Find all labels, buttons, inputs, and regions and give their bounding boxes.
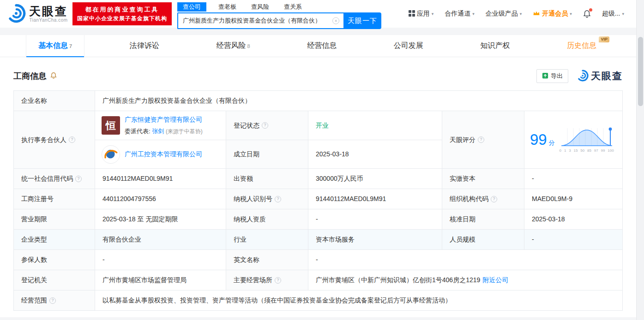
- score-distribution-chart: 0131550859799100: [560, 126, 614, 154]
- export-label: 导出: [551, 72, 563, 80]
- search-tab-relation[interactable]: 查关系: [281, 2, 305, 12]
- tab-business-info[interactable]: 经营信息: [295, 35, 349, 57]
- promo-line2: 国家中小企业发展子基金旗下机构: [77, 14, 167, 23]
- registry-label: 登记机关: [14, 270, 95, 290]
- business-scope-label: 经营范围 ?: [14, 290, 95, 311]
- credit-code-label: 统一社会信用代码 ?: [14, 169, 95, 189]
- english-name-value: -: [308, 250, 623, 270]
- tab-history-info[interactable]: 历史信息 VIP: [555, 35, 608, 57]
- label-text: 纳税人识别号: [234, 194, 272, 204]
- registry-value: 广州市黄埔区市场监督管理局: [95, 270, 226, 290]
- export-button[interactable]: 导出: [536, 69, 568, 83]
- english-name-label: 英文名称: [226, 250, 308, 270]
- tab-intellectual-property-label: 知识产权: [480, 41, 510, 51]
- insured-count-label: 参保人数: [14, 250, 95, 270]
- nav-apps[interactable]: 应用 ▾: [409, 10, 434, 18]
- paid-capital-value: -: [524, 169, 623, 189]
- watermark-logo: 天眼查: [577, 70, 623, 83]
- contribution-value: 300000万人民币: [308, 169, 442, 189]
- score-value: 99: [530, 131, 547, 148]
- help-icon[interactable]: ?: [262, 122, 268, 129]
- table-row: 统一社会信用代码 ? 91440112MAED0L9M91 出资额 300000…: [14, 169, 623, 189]
- search-button[interactable]: 天眼一下: [343, 12, 381, 29]
- help-icon[interactable]: ?: [49, 297, 56, 304]
- table-row: 工商注册号 440112004797556 纳税人识别号 ? 91440112M…: [14, 189, 623, 209]
- notification-bell-icon[interactable]: [583, 10, 591, 18]
- search-tab-company[interactable]: 查公司: [177, 2, 206, 12]
- label-text: 组织机构代码: [450, 194, 488, 204]
- rep-name-link[interactable]: 张剑: [152, 128, 164, 135]
- nav-enterprise-products[interactable]: 企业级产品 ▾: [486, 10, 522, 18]
- tab-history-info-label: 历史信息: [567, 41, 596, 51]
- tab-company-development-label: 公司发展: [394, 41, 423, 51]
- table-row: 营业期限 2025-03-18 至 无固定期限 纳税人资质 - 核准日期 202…: [14, 209, 623, 230]
- help-icon[interactable]: ?: [478, 136, 484, 143]
- premises-label: 主要经营场所 ?: [226, 270, 308, 290]
- search-tab-risk[interactable]: 查风险: [248, 2, 272, 12]
- score-cell: 99 分: [524, 111, 623, 169]
- search-area: 查公司 查老板 查风险 查关系 ✕ 天眼一下: [177, 0, 381, 29]
- establish-date-value: 2025-03-18: [308, 140, 442, 168]
- help-icon[interactable]: ?: [69, 136, 75, 143]
- table-row: 登记机关 广州市黄埔区市场监督管理局 主要经营场所 ? 广州市黄埔区（中新广州知…: [14, 270, 623, 290]
- industry-value: 资本市场服务: [308, 230, 442, 250]
- label-text: 成立日期: [234, 149, 259, 159]
- table-row: 企业名称 广州新质生产力股权投资基金合伙企业（有限合伙）: [14, 91, 623, 111]
- notification-dot: [589, 8, 592, 12]
- vip-badge: VIP: [599, 36, 609, 42]
- brand-name: 天眼查: [29, 5, 68, 18]
- partner-name-link[interactable]: 广州工控资本管理有限公司: [125, 149, 202, 159]
- nav-open-vip[interactable]: 开通会员 ▾: [533, 10, 572, 18]
- label-text: 登记状态: [234, 121, 259, 130]
- tab-legal-label: 法律诉讼: [130, 41, 159, 51]
- nearby-companies-link[interactable]: 附近公司: [482, 275, 508, 285]
- export-icon: [542, 72, 548, 80]
- reg-number-label: 工商注册号: [14, 189, 95, 209]
- insured-count-value: -: [95, 250, 226, 270]
- search-tab-boss[interactable]: 查老板: [216, 2, 239, 12]
- partner-item: 恒 广东恒健资产管理有限公司 委派代表: 张剑 (来源于中基协): [95, 111, 226, 140]
- scrollbar-thumb[interactable]: [638, 37, 643, 106]
- business-info-table: 企业名称 广州新质生产力股权投资基金合伙企业（有限合伙） 执行事务合伙人 ? 恒…: [13, 90, 623, 311]
- company-tabs: 基本信息 7 法律诉讼 经营风险 8 经营信息 公司发展 知识产权 历史信息 V…: [0, 35, 636, 57]
- help-icon[interactable]: ?: [275, 196, 281, 202]
- tianyancha-logo-icon: [577, 70, 589, 83]
- top-header: 天眼查 TianYanCha.com 都在用的商业查询工具 国家中小企业发展子基…: [0, 0, 636, 28]
- paid-capital-label: 实缴资本: [442, 169, 524, 189]
- establish-date-label: 成立日期: [226, 140, 308, 168]
- nav-account[interactable]: 超级... ▾: [602, 10, 624, 18]
- reg-status-value: 开业: [316, 121, 329, 130]
- taxpayer-id-label: 纳税人识别号 ?: [226, 189, 308, 209]
- tab-company-development[interactable]: 公司发展: [382, 35, 435, 57]
- approval-date-value: 2025-03-18: [524, 209, 623, 230]
- scrollbar[interactable]: [636, 0, 644, 320]
- nav-account-label: 超级...: [602, 10, 620, 18]
- score-label: 天眼评分 ?: [442, 111, 524, 169]
- partner-name-link[interactable]: 广东恒健资产管理有限公司: [125, 115, 203, 124]
- help-icon[interactable]: ?: [275, 277, 281, 284]
- tab-operating-risk-count: 8: [247, 43, 250, 49]
- partners-label: 执行事务合伙人 ?: [14, 111, 95, 169]
- help-icon[interactable]: ?: [75, 176, 82, 182]
- chevron-down-icon: ▾: [570, 12, 572, 16]
- label-text: 经营范围: [21, 296, 47, 305]
- help-icon[interactable]: ?: [491, 196, 497, 202]
- taxpayer-quality-label: 纳税人资质: [226, 209, 308, 230]
- search-input[interactable]: [177, 12, 343, 29]
- monitor-bell-icon[interactable]: [50, 72, 57, 80]
- tab-operating-risk[interactable]: 经营风险 8: [204, 35, 262, 57]
- nav-partner-channel[interactable]: 合作通道 ▾: [445, 10, 475, 18]
- rep-label: 委派代表:: [125, 128, 150, 135]
- nav-enterprise-products-label: 企业级产品: [486, 10, 518, 18]
- tab-intellectual-property[interactable]: 知识产权: [468, 35, 522, 57]
- clear-icon[interactable]: ✕: [332, 18, 339, 24]
- company-name-label: 企业名称: [14, 91, 95, 111]
- tab-basic-info[interactable]: 基本信息 7: [26, 35, 84, 57]
- staff-size-label: 人员规模: [442, 230, 524, 250]
- search-tabs: 查公司 查老板 查风险 查关系: [177, 2, 381, 12]
- tab-legal[interactable]: 法律诉讼: [118, 35, 171, 57]
- table-row: 参保人数 - 英文名称 -: [14, 250, 623, 270]
- table-row: 经营范围 ? 以私募基金从事股权投资、投资管理、资产管理等活动（须在中国证券投资…: [14, 290, 623, 311]
- label-text: 执行事务合伙人: [21, 135, 66, 145]
- tianyancha-logo[interactable]: 天眼查 TianYanCha.com: [6, 4, 68, 24]
